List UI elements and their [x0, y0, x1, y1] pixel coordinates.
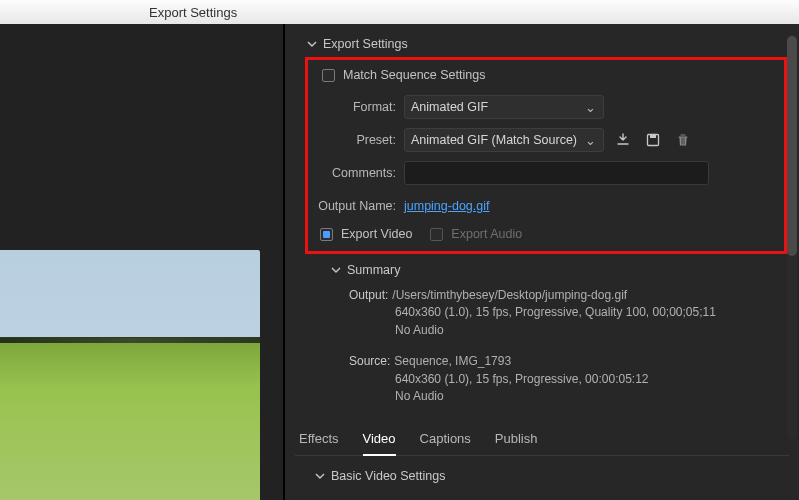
preview-pane [0, 24, 285, 500]
section-summary[interactable]: Summary [291, 260, 793, 283]
tab-effects[interactable]: Effects [299, 423, 339, 455]
comments-label: Comments: [316, 166, 404, 180]
output-name-link[interactable]: jumping-dog.gif [404, 199, 489, 213]
export-video-checkbox[interactable] [320, 228, 333, 241]
window-title: Export Settings [149, 5, 237, 20]
tab-publish[interactable]: Publish [495, 423, 538, 455]
section-title: Summary [347, 263, 400, 277]
preset-label: Preset: [316, 133, 404, 147]
highlighted-region: Match Sequence Settings Format: Animated… [305, 57, 787, 254]
export-audio-label: Export Audio [451, 227, 522, 241]
summary-output-specs: 640x360 (1.0), 15 fps, Progressive, Qual… [349, 304, 783, 321]
svg-rect-1 [650, 135, 656, 138]
output-name-label: Output Name: [316, 199, 404, 213]
summary-source-specs: 640x360 (1.0), 15 fps, Progressive, 00:0… [349, 371, 783, 388]
window-titlebar: Export Settings [0, 0, 799, 24]
section-title: Export Settings [323, 37, 408, 51]
section-basic-video[interactable]: Basic Video Settings [291, 466, 793, 489]
preview-image [0, 250, 260, 500]
tab-captions[interactable]: Captions [420, 423, 471, 455]
summary-output-audio: No Audio [349, 322, 783, 339]
format-label: Format: [316, 100, 404, 114]
chevron-down-icon [307, 39, 317, 49]
preset-dropdown[interactable]: Animated GIF (Match Source) ⌄ [404, 128, 604, 152]
summary-block: Output: /Users/timthybesey/Desktop/jumpi… [291, 283, 793, 413]
settings-tabs: Effects Video Captions Publish [295, 423, 789, 456]
scrollbar-thumb[interactable] [787, 36, 797, 256]
match-sequence-checkbox[interactable] [322, 69, 335, 82]
summary-source-name: Sequence, IMG_1793 [394, 353, 511, 370]
section-export-settings[interactable]: Export Settings [291, 34, 793, 57]
summary-output-label: Output: [349, 287, 388, 304]
summary-output-path: /Users/timthybesey/Desktop/jumping-dog.g… [392, 287, 627, 304]
comments-input[interactable] [404, 161, 709, 185]
format-dropdown[interactable]: Animated GIF ⌄ [404, 95, 604, 119]
match-sequence-label: Match Sequence Settings [343, 68, 485, 82]
save-preset-button[interactable] [642, 129, 664, 151]
summary-source-label: Source: [349, 353, 390, 370]
chevron-down-icon [331, 265, 341, 275]
chevron-down-icon: ⌄ [583, 133, 597, 148]
chevron-down-icon [315, 471, 325, 481]
export-audio-checkbox[interactable] [430, 228, 443, 241]
chevron-down-icon: ⌄ [583, 100, 597, 115]
export-video-label: Export Video [341, 227, 412, 241]
section-title: Basic Video Settings [331, 469, 445, 483]
match-sequence-row[interactable]: Match Sequence Settings [316, 68, 776, 82]
import-preset-button[interactable] [612, 129, 634, 151]
format-value: Animated GIF [411, 100, 583, 114]
summary-source-audio: No Audio [349, 388, 783, 405]
delete-preset-button[interactable] [672, 129, 694, 151]
preset-value: Animated GIF (Match Source) [411, 133, 583, 147]
tab-video[interactable]: Video [363, 423, 396, 456]
vertical-scrollbar[interactable] [787, 34, 797, 440]
